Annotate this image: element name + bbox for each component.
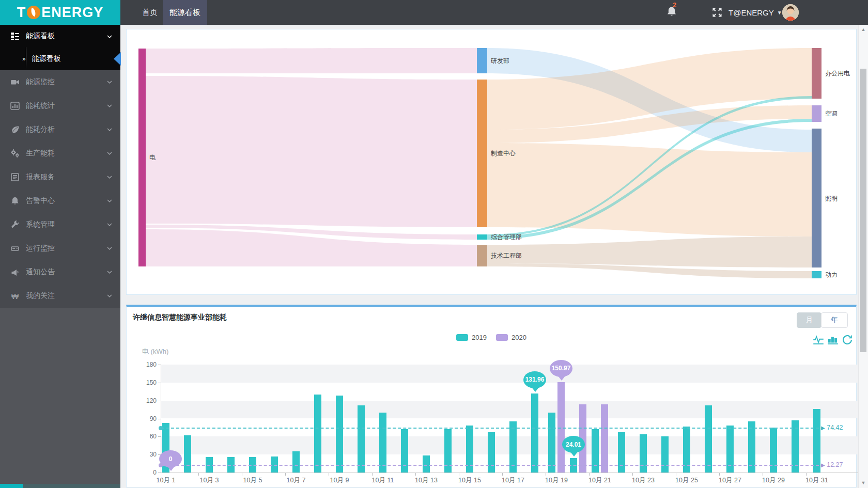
bar-2019-10月31[interactable] [813,409,820,473]
user-menu[interactable]: T@ENERGY ▼ [729,0,782,25]
marker-2019-24.01: 24.01 [562,436,586,456]
line-chart-toggle-icon[interactable] [813,334,824,345]
sidebar-item-label: 生产能耗 [26,149,55,158]
bar-2019-10月24[interactable] [661,436,669,473]
chevron-down-icon [106,197,113,206]
x-tick-mark [589,473,590,476]
x-tick-mark [546,473,546,476]
bar-2019-10月18[interactable] [531,393,538,473]
sankey-node-办公用电[interactable] [812,48,822,99]
toggle-月[interactable]: 月 [797,312,822,328]
bar-2019-10月9[interactable] [336,396,343,473]
x-axis-label: 10月 7 [275,476,317,485]
bar-2019-10月12[interactable] [401,429,408,473]
x-tick-mark [502,473,503,476]
vertical-scrollbar-thumb[interactable] [860,69,866,352]
sankey-node-研发部[interactable] [477,48,487,73]
arrow-right-icon: ▶ [821,462,825,468]
notification-bell-icon[interactable] [663,5,681,21]
x-axis-label: 10月 17 [492,476,534,485]
sidebar-item-label: 报表服务 [26,172,55,182]
sidebar-item-能耗分析[interactable]: 能耗分析 [0,118,120,141]
legend-item-2019[interactable]: 2019 [456,334,487,341]
bar-2019-10月26[interactable] [705,405,712,473]
bar-2019-10月14[interactable] [444,429,452,473]
y-tick-label: 60 [138,433,157,440]
sidebar-item-能耗统计[interactable]: 能耗统计 [0,94,120,118]
bar-2019-10月7[interactable] [292,451,300,473]
sidebar-item-生产能耗[interactable]: 生产能耗 [0,141,120,165]
y-tick-label: 0 [138,469,157,476]
sankey-node-空调[interactable] [812,105,822,122]
sankey-node-label-电: 电 [149,153,156,162]
sidebar-hscrollbar-thumb[interactable] [0,484,23,488]
y-tick-mark [158,419,161,419]
x-axis-label: 10月 31 [796,476,838,485]
average-dot-2019 [159,426,163,430]
x-tick-mark [459,473,459,476]
bar-2019-10月16[interactable] [488,432,495,473]
sidebar-item-通知公告[interactable]: 通知公告 [0,260,120,284]
camera-icon [9,77,21,87]
x-axis-label: 10月 15 [449,476,490,485]
sidebar-item-能源看板[interactable]: 能源看板 [0,25,120,48]
chevron-down-icon [106,292,113,301]
x-tick-mark [329,473,329,476]
bar-2019-10月19[interactable] [548,413,555,473]
sidebar-item-运行监控[interactable]: 运行监控 [0,237,120,260]
sankey-link-制造中心-照明[interactable] [487,143,812,237]
sidebar-item-我的关注[interactable]: ₩我的关注 [0,284,120,308]
bar-2019-10月8[interactable] [314,395,321,473]
scroll-down-icon[interactable]: ▼ [860,480,867,485]
sidebar-item-告警中心[interactable]: 告警中心 [0,189,120,213]
bar-2019-10月10[interactable] [358,405,365,473]
marker-tail [558,376,565,381]
bar-2019-10月2[interactable] [184,435,191,473]
fullscreen-icon[interactable] [711,7,723,18]
sankey-node-label-办公用电: 办公用电 [825,69,850,78]
sankey-node-技术工程部[interactable] [477,245,487,266]
avatar[interactable] [782,4,799,21]
sankey-link-技术工程部-照明[interactable] [487,237,812,267]
bar-2019-10月13[interactable] [423,455,430,473]
sankey-node-label-综合管理部: 综合管理部 [491,233,522,242]
bar-2019-10月22[interactable] [618,432,625,473]
x-axis-label: 10月 21 [579,476,621,485]
bar-2019-10月11[interactable] [379,413,386,473]
leaf-icon [9,125,21,134]
sankey-node-动力[interactable] [812,271,822,278]
sankey-node-制造中心[interactable] [477,80,487,227]
sankey-link-电-研发部[interactable] [146,48,477,73]
bar-2019-10月23[interactable] [640,434,647,473]
sankey-node-综合管理部[interactable] [477,234,487,240]
chevron-down-icon [106,150,113,159]
legend-label: 2019 [472,334,487,341]
bar-chart-toggle-icon[interactable] [827,334,839,345]
x-tick-mark [676,473,676,476]
sidebar-item-label: 告警中心 [26,196,55,206]
bar-2019-10月21[interactable] [592,429,599,473]
x-axis-label: 10月 19 [536,476,577,485]
bar-2019-10月29[interactable] [770,428,777,473]
sidebar-item-label: 运行监控 [26,244,55,253]
sidebar-item-报表服务[interactable]: 报表服务 [0,165,120,189]
x-axis-label: 10月 29 [753,476,794,485]
sidebar-item-能源监控[interactable]: 能源监控 [0,70,120,94]
sankey-link-电-制造中心[interactable] [146,76,477,227]
scroll-up-icon[interactable]: ▲ [860,27,867,32]
cogs-icon [9,149,21,158]
sankey-node-照明[interactable] [812,129,822,267]
sidebar-subitem-能源看板[interactable]: »能源看板 [0,48,120,70]
sidebar-item-系统管理[interactable]: 系统管理 [0,213,120,237]
toggle-年[interactable]: 年 [821,312,848,328]
refresh-icon[interactable] [842,334,853,345]
average-line-2020 [161,465,819,466]
sankey-node-电[interactable] [138,49,146,266]
double-angle-icon: » [22,55,26,62]
bar-2020-10月21[interactable] [601,404,608,473]
sankey-node-label-空调: 空调 [825,109,838,118]
x-tick-mark [198,473,199,476]
legend-item-2020[interactable]: 2020 [496,334,526,341]
tab-能源看板[interactable]: 能源看板 [163,0,207,25]
sankey-node-label-动力: 动力 [825,271,838,279]
